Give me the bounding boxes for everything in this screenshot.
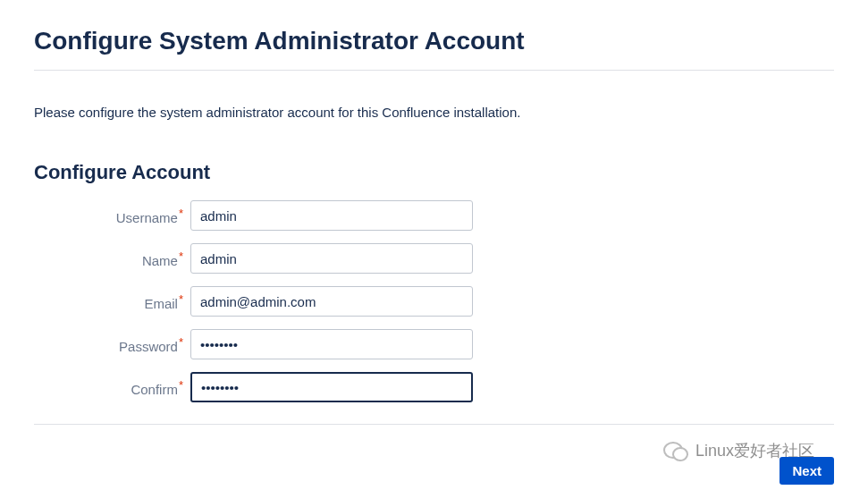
email-row: Email*	[34, 286, 834, 317]
required-marker: *	[179, 378, 183, 392]
required-marker: *	[179, 335, 183, 349]
section-title: Configure Account	[34, 161, 834, 184]
email-label-text: Email	[144, 296, 178, 311]
email-input[interactable]	[190, 286, 473, 317]
confirm-row: Confirm*	[34, 372, 834, 402]
next-button[interactable]: Next	[780, 457, 834, 485]
bottom-divider	[34, 424, 834, 425]
username-input[interactable]	[190, 200, 473, 231]
username-row: Username*	[34, 200, 834, 231]
required-marker: *	[179, 249, 183, 263]
username-label: Username*	[34, 207, 190, 225]
page-title: Configure System Administrator Account	[34, 27, 834, 55]
title-divider	[34, 70, 834, 71]
password-label: Password*	[34, 335, 190, 354]
name-label-text: Name	[142, 253, 178, 268]
required-marker: *	[179, 292, 183, 306]
username-label-text: Username	[116, 210, 178, 225]
wechat-icon	[663, 440, 688, 461]
name-input[interactable]	[190, 243, 473, 274]
intro-text: Please configure the system administrato…	[34, 105, 834, 120]
name-row: Name*	[34, 243, 834, 274]
password-row: Password*	[34, 329, 834, 359]
name-label: Name*	[34, 249, 190, 268]
confirm-label-text: Confirm	[131, 382, 178, 397]
password-label-text: Password	[119, 339, 178, 354]
confirm-label: Confirm*	[34, 378, 190, 397]
required-marker: *	[179, 207, 183, 220]
confirm-input[interactable]	[190, 372, 473, 402]
email-label: Email*	[34, 292, 190, 311]
password-input[interactable]	[190, 329, 473, 359]
